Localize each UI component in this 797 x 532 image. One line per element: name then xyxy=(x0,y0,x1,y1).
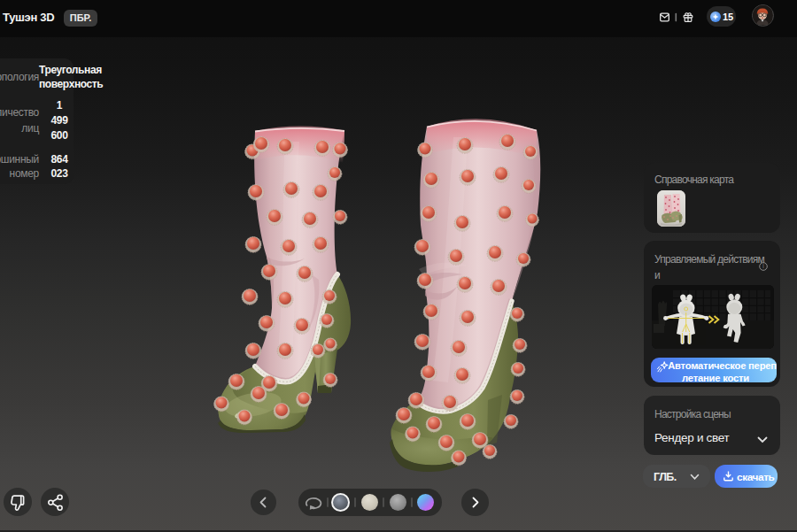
svg-text:i: i xyxy=(762,263,763,269)
